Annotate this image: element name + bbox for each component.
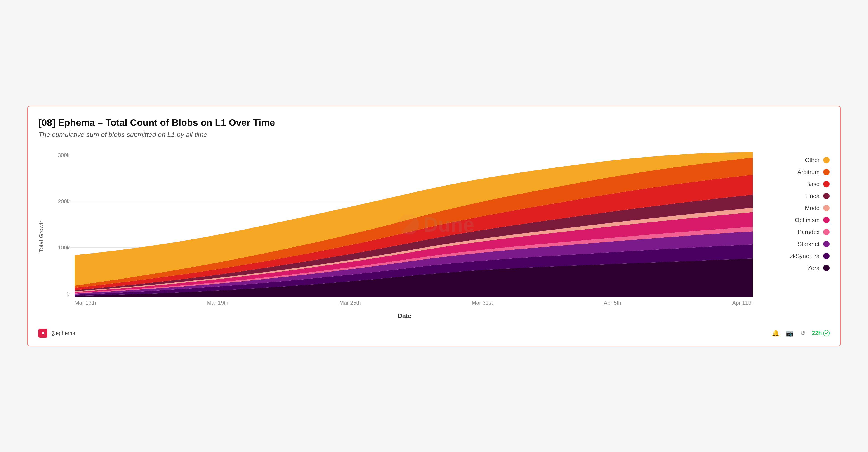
- author-logo-icon: ✕: [38, 329, 48, 338]
- legend-label-zora: Zora: [808, 264, 819, 272]
- legend-label-linea: Linea: [805, 193, 819, 200]
- chart-card: [08] Ephema – Total Count of Blobs on L1…: [27, 106, 841, 346]
- timer-badge: 22h: [812, 330, 830, 337]
- timer-value: 22h: [812, 330, 822, 337]
- y-tick-300k: 300k: [57, 152, 72, 159]
- legend-label-paradex: Paradex: [798, 229, 819, 236]
- legend-dot-base: [823, 181, 830, 187]
- footer: ✕ @ephema 🔔 📷 ↺ 22h: [38, 325, 830, 338]
- legend-dot-zksync: [823, 253, 830, 259]
- author-handle: @ephema: [50, 330, 75, 336]
- legend-label-other: Other: [805, 157, 819, 164]
- x-tick-apr5: Apr 5th: [604, 300, 621, 306]
- undo-icon[interactable]: ↺: [800, 329, 805, 337]
- x-tick-mar31: Mar 31st: [472, 300, 493, 306]
- x-tick-mar25: Mar 25th: [339, 300, 361, 306]
- legend-item-zora: Zora: [766, 264, 830, 272]
- author-section: ✕ @ephema: [38, 329, 75, 338]
- chart-inner: 300k 200k 100k 0: [57, 152, 753, 311]
- legend-dot-arbitrum: [823, 169, 830, 175]
- chart-subtitle: The cumulative sum of blobs submitted on…: [38, 131, 830, 139]
- legend-item-arbitrum: Arbitrum: [766, 169, 830, 176]
- y-tick-0: 0: [57, 291, 72, 297]
- legend-label-mode: Mode: [805, 205, 819, 211]
- legend-dot-starknet: [823, 241, 830, 247]
- svg-point-0: [824, 330, 829, 336]
- chart-area: Total Growth 300k 200k 100k 0: [38, 152, 830, 319]
- x-tick-mar19: Mar 19th: [207, 300, 228, 306]
- legend-item-paradex: Paradex: [766, 229, 830, 236]
- chart-title: [08] Ephema – Total Count of Blobs on L1…: [38, 117, 830, 128]
- legend-item-mode: Mode: [766, 205, 830, 211]
- bell-off-icon[interactable]: 🔔: [772, 329, 780, 337]
- legend-label-arbitrum: Arbitrum: [798, 169, 819, 176]
- legend-label-optimism: Optimism: [795, 217, 819, 224]
- check-circle-icon: [823, 330, 830, 336]
- x-tick-apr11: Apr 11th: [732, 300, 753, 306]
- footer-actions: 🔔 📷 ↺ 22h: [772, 329, 830, 337]
- x-axis-title: Date: [57, 312, 753, 319]
- legend-item-other: Other: [766, 157, 830, 164]
- legend-dot-paradex: [823, 229, 830, 235]
- legend-dot-other: [823, 157, 830, 163]
- legend-item-base: Base: [766, 180, 830, 188]
- legend-label-zksync: zkSync Era: [790, 253, 820, 260]
- camera-icon[interactable]: 📷: [786, 329, 794, 337]
- y-axis-label: Total Growth: [38, 219, 45, 252]
- legend-label-starknet: Starknet: [798, 241, 819, 248]
- legend-item-optimism: Optimism: [766, 217, 830, 224]
- legend-dot-zora: [823, 265, 830, 271]
- chart-wrapper: Total Growth 300k 200k 100k 0: [38, 152, 753, 319]
- legend-item-linea: Linea: [766, 193, 830, 200]
- legend-dot-optimism: [823, 217, 830, 223]
- legend-item-zksync: zkSync Era: [766, 253, 830, 260]
- legend: Other Arbitrum Base Linea Mode Optimism: [766, 152, 830, 272]
- legend-dot-linea: [823, 193, 830, 199]
- y-tick-200k: 200k: [57, 198, 72, 205]
- chart-svg: Dune: [74, 152, 753, 297]
- legend-dot-mode: [823, 205, 830, 211]
- y-tick-100k: 100k: [57, 245, 72, 251]
- legend-label-base: Base: [806, 180, 819, 188]
- x-axis: Mar 13th Mar 19th Mar 25th Mar 31st Apr …: [74, 297, 753, 311]
- legend-item-starknet: Starknet: [766, 241, 830, 248]
- x-tick-mar13: Mar 13th: [74, 300, 96, 306]
